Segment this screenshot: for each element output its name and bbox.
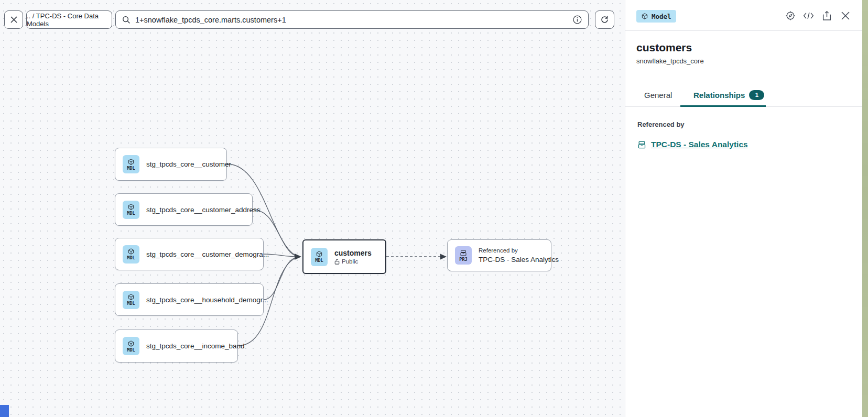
node-stg-tpcds-core-household-demographics[interactable]: MDL stg_tpcds_core__household_demogr... xyxy=(115,283,264,316)
refresh-button[interactable] xyxy=(595,10,614,29)
close-icon xyxy=(10,16,18,24)
node-label: stg_tpcds_core__customer_address xyxy=(146,206,261,214)
node-stg-tpcds-core-customer-demographics[interactable]: MDL stg_tpcds_core__customer_demogra... xyxy=(115,238,264,270)
model-chip: MDL xyxy=(123,245,139,264)
cube-icon xyxy=(127,293,135,301)
cube-icon xyxy=(641,13,648,20)
share-button[interactable] xyxy=(821,10,832,21)
node-kicker: Referenced by xyxy=(479,247,559,254)
details-panel: Model xyxy=(625,0,862,417)
lineage-app: .. / TPC-DS - Core Data Models xyxy=(0,0,868,417)
panel-header: Model xyxy=(625,0,862,31)
relationships-count-badge: 1 xyxy=(749,90,764,100)
explore-lineage-button[interactable] xyxy=(785,10,796,21)
tab-label: Relationships xyxy=(693,91,745,100)
chip-code-label: MDL xyxy=(127,348,135,353)
node-label: TPC-DS - Sales Analytics xyxy=(479,256,559,264)
node-stg-tpcds-core-income-band[interactable]: MDL stg_tpcds_core__income_band xyxy=(115,330,238,363)
page-title: customers xyxy=(636,41,862,54)
node-stg-tpcds-core-customer[interactable]: MDL stg_tpcds_core__customer xyxy=(115,148,227,181)
active-tab-underline xyxy=(680,105,766,107)
lineage-canvas[interactable]: .. / TPC-DS - Core Data Models xyxy=(0,0,625,417)
cube-icon xyxy=(127,203,135,211)
referenced-by-label: Referenced by xyxy=(637,120,862,128)
panel-tabs: General Relationships 1 xyxy=(625,83,862,107)
project-icon xyxy=(637,140,646,149)
lineage-search[interactable] xyxy=(115,10,589,29)
search-input[interactable] xyxy=(135,16,573,24)
panel-header-actions xyxy=(785,10,851,21)
node-label: customers xyxy=(334,249,372,257)
chip-code-label: MDL xyxy=(127,166,135,171)
project-chip: PRJ xyxy=(455,246,472,265)
search-icon xyxy=(122,16,131,24)
chip-code-label: MDL xyxy=(127,211,135,216)
node-referenced-by-project[interactable]: PRJ Referenced by TPC-DS - Sales Analyti… xyxy=(447,239,551,271)
refresh-icon xyxy=(600,15,609,24)
view-code-button[interactable] xyxy=(803,10,814,21)
node-label: stg_tpcds_core__household_demogr... xyxy=(146,296,268,304)
node-customers-selected[interactable]: MDL customers Public xyxy=(302,239,386,274)
cube-icon xyxy=(127,158,135,166)
chip-code-label: PRJ xyxy=(459,257,467,262)
model-chip: MDL xyxy=(123,201,139,219)
breadcrumb[interactable]: .. / TPC-DS - Core Data Models xyxy=(26,10,112,29)
referenced-by-link[interactable]: TPC-DS - Sales Analytics xyxy=(651,140,748,149)
close-icon xyxy=(841,11,850,20)
cube-icon xyxy=(316,250,323,258)
referenced-by-link-row[interactable]: TPC-DS - Sales Analytics xyxy=(637,140,862,149)
cube-icon xyxy=(127,248,135,255)
chip-code-label: MDL xyxy=(315,258,323,263)
node-label: stg_tpcds_core__customer_demogra... xyxy=(146,250,269,258)
unlock-icon xyxy=(334,259,340,265)
tab-label: General xyxy=(644,91,672,100)
relationships-content: Referenced by TPC-DS - Sales Analytics xyxy=(625,107,862,149)
arrowhead-into-project xyxy=(440,254,447,260)
project-subtitle: snowflake_tpcds_core xyxy=(636,57,862,65)
tab-relationships[interactable]: Relationships 1 xyxy=(693,83,764,107)
access-label: Public xyxy=(342,258,358,265)
resource-type-badge: Model xyxy=(636,10,676,23)
lineage-edges xyxy=(0,0,625,417)
chip-code-label: MDL xyxy=(127,256,135,260)
resource-type-label: Model xyxy=(652,13,671,20)
model-chip: MDL xyxy=(123,155,139,173)
desktop-background-strip xyxy=(862,0,868,417)
model-chip: MDL xyxy=(123,291,139,309)
share-icon xyxy=(822,10,832,21)
close-lineage-button[interactable] xyxy=(4,10,23,29)
cube-icon xyxy=(127,340,135,347)
node-stg-tpcds-core-customer-address[interactable]: MDL stg_tpcds_core__customer_address xyxy=(115,193,253,226)
info-icon[interactable] xyxy=(573,15,582,24)
node-label: stg_tpcds_core__income_band xyxy=(146,342,245,350)
model-chip: MDL xyxy=(123,337,139,355)
chip-code-label: MDL xyxy=(127,301,135,306)
node-label: stg_tpcds_core__customer xyxy=(146,160,231,168)
compass-icon xyxy=(785,10,796,21)
code-icon xyxy=(803,12,814,20)
tab-general[interactable]: General xyxy=(644,83,672,107)
arrowhead-into-customers xyxy=(295,254,301,260)
close-panel-button[interactable] xyxy=(840,10,851,21)
model-chip: MDL xyxy=(311,248,328,266)
project-icon xyxy=(460,249,467,257)
canvas-blue-indicator xyxy=(0,405,9,417)
access-row: Public xyxy=(334,258,372,265)
